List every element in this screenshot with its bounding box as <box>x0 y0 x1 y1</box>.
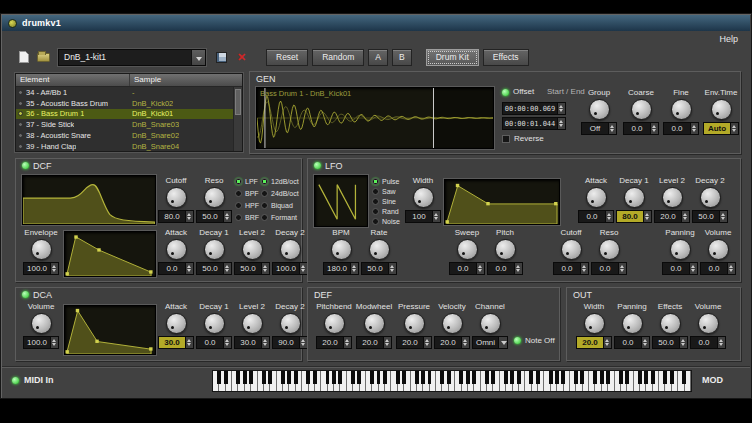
spinbox-arrows[interactable] <box>557 103 565 114</box>
dcf-slope-formant-radio[interactable]: Formant <box>261 212 297 222</box>
element-row[interactable]: 35 - Acoustic Bass DrumDnB_Kick02 <box>16 98 242 109</box>
spinbox-arrows[interactable] <box>50 337 58 348</box>
out-volume-spinbox[interactable]: 0.0 <box>690 336 726 349</box>
lfo-rate-spinbox[interactable]: 50.0 <box>361 262 397 275</box>
black-key[interactable] <box>549 371 553 384</box>
black-key[interactable] <box>485 371 489 384</box>
dcf-level2-knob[interactable] <box>242 239 263 260</box>
spinbox-arrows[interactable] <box>618 263 626 274</box>
spinbox-arrows[interactable] <box>690 123 698 134</box>
lfo-level2-knob[interactable] <box>662 187 683 208</box>
piano-keyboard[interactable] <box>212 370 692 392</box>
lfo-volume-spinbox[interactable]: 0.0 <box>700 262 736 275</box>
preset-b-button[interactable]: B <box>392 49 412 66</box>
lfo-sweep-knob[interactable] <box>457 239 478 260</box>
black-key[interactable] <box>472 371 476 384</box>
black-key[interactable] <box>644 371 648 384</box>
dcf-type-brf-radio[interactable]: BRF <box>235 212 259 222</box>
spinbox-arrows[interactable] <box>689 263 697 274</box>
lfo-panning-knob[interactable] <box>670 239 691 260</box>
titlebar[interactable]: drumkv1 <box>2 15 750 31</box>
def-channel-dropdown[interactable]: Omni <box>472 336 508 349</box>
lfo-wave-sine-radio[interactable]: Sine <box>372 196 396 206</box>
dcf-level2-spinbox[interactable]: 50.0 <box>234 262 270 275</box>
dcf-decay1-spinbox[interactable]: 50.0 <box>196 262 232 275</box>
dcf-reso-spinbox[interactable]: 50.0 <box>196 210 232 223</box>
spinbox-arrows[interactable] <box>185 263 193 274</box>
black-key[interactable] <box>466 371 470 384</box>
dcf-enabled-led[interactable] <box>22 162 29 169</box>
dca-volume-spinbox[interactable]: 100.0 <box>23 336 59 349</box>
preset-a-button[interactable]: A <box>368 49 388 66</box>
out-panning-knob[interactable] <box>622 313 643 334</box>
black-key[interactable] <box>510 371 514 384</box>
black-key[interactable] <box>306 371 310 384</box>
new-preset-button[interactable] <box>14 48 33 66</box>
out-volume-knob[interactable] <box>698 313 719 334</box>
combo-dropdown-arrow[interactable] <box>191 50 205 65</box>
random-button[interactable]: Random <box>312 49 364 66</box>
spinbox-arrows[interactable] <box>476 263 484 274</box>
dca-enabled-led[interactable] <box>22 291 29 298</box>
lfo-wave-noise-radio[interactable]: Noise <box>372 216 400 226</box>
dca-level2-knob[interactable] <box>242 313 263 334</box>
dcf-decay1-knob[interactable] <box>204 239 225 260</box>
spinbox-arrows[interactable] <box>299 263 307 274</box>
dcf-type-bpf-radio[interactable]: BPF <box>235 188 259 198</box>
black-key[interactable] <box>682 371 686 384</box>
dcf-attack-knob[interactable] <box>166 239 187 260</box>
black-key[interactable] <box>440 371 444 384</box>
lfo-decay1-spinbox[interactable]: 80.0 <box>616 210 652 223</box>
black-key[interactable] <box>606 371 610 384</box>
dca-envelope-display[interactable] <box>64 305 156 355</box>
dcf-filter-display[interactable] <box>22 175 156 225</box>
black-key[interactable] <box>262 371 266 384</box>
offset-end-spinbox[interactable]: 00:00:01.044 <box>502 117 566 130</box>
lfo-reso-spinbox[interactable]: 0.0 <box>591 262 627 275</box>
out-panning-spinbox[interactable]: 0.0 <box>614 336 650 349</box>
element-row[interactable]: 38 - Acoustic SnareDnB_Snare02 <box>16 130 242 141</box>
tab-effects[interactable]: Effects <box>483 49 529 66</box>
save-preset-button[interactable] <box>212 48 231 66</box>
gen-coarse-spinbox[interactable]: 0.0 <box>623 122 659 135</box>
black-key[interactable] <box>217 371 221 384</box>
lfo-pitch-knob[interactable] <box>495 239 516 260</box>
open-preset-button[interactable] <box>34 48 53 66</box>
spinbox-arrows[interactable] <box>681 211 689 222</box>
def-modwheel-knob[interactable] <box>364 313 385 334</box>
black-key[interactable] <box>249 371 253 384</box>
spinbox-arrows[interactable] <box>261 337 269 348</box>
offset-start-spinbox[interactable]: 00:00:00.069 <box>502 102 566 115</box>
lfo-decay2-knob[interactable] <box>700 187 721 208</box>
spinbox-arrows[interactable] <box>603 337 611 348</box>
lfo-wave-saw-radio[interactable]: Saw <box>372 186 396 196</box>
black-key[interactable] <box>224 371 228 384</box>
black-key[interactable] <box>670 371 674 384</box>
spinbox-arrows[interactable] <box>185 337 193 348</box>
spinbox-arrows[interactable] <box>223 337 231 348</box>
dcf-slope-biquad-radio[interactable]: Biquad <box>261 200 293 210</box>
black-key[interactable] <box>383 371 387 384</box>
dcf-slope-24db-radio[interactable]: 24dB/oct <box>261 188 299 198</box>
spinbox-arrows[interactable] <box>185 211 193 222</box>
black-key[interactable] <box>447 371 451 384</box>
dca-level2-spinbox[interactable]: 30.0 <box>234 336 270 349</box>
spinbox-arrows[interactable] <box>223 211 231 222</box>
dcf-cutoff-spinbox[interactable]: 80.0 <box>158 210 194 223</box>
black-key[interactable] <box>332 371 336 384</box>
gen-envtime-knob[interactable] <box>711 99 732 120</box>
spinbox-arrows[interactable] <box>514 263 522 274</box>
black-key[interactable] <box>351 371 355 384</box>
gen-group-spinbox[interactable]: Off <box>581 122 617 135</box>
spinbox-arrows[interactable] <box>643 211 651 222</box>
black-key[interactable] <box>663 371 667 384</box>
spinbox-arrows[interactable] <box>461 337 469 348</box>
lfo-reso-knob[interactable] <box>599 239 620 260</box>
def-pressure-knob[interactable] <box>404 313 425 334</box>
element-row[interactable]: 37 - Side StickDnB_Snare03 <box>16 119 242 130</box>
black-key[interactable] <box>428 371 432 384</box>
black-key[interactable] <box>504 371 508 384</box>
spinbox-arrows[interactable] <box>727 263 735 274</box>
spinbox-arrows[interactable] <box>557 118 565 129</box>
column-header-sample[interactable]: Sample <box>130 74 165 86</box>
